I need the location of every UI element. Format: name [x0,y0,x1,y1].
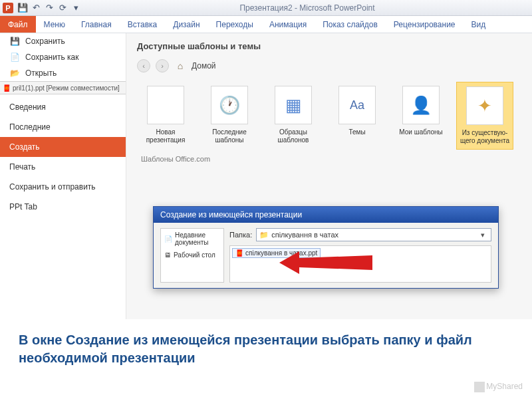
templates-row: Новая презентация 🕐 Последние шаблоны ▦ … [137,82,521,150]
repeat-icon[interactable]: ⟳ [57,3,68,13]
template-label: Из существую-щего документа [458,129,511,145]
title-bar: P 💾 ↶ ↷ ⟳ ▾ Презентация2 - Microsoft Pow… [0,0,532,16]
sidebar-share[interactable]: Сохранить и отправить [0,177,126,197]
template-from-existing[interactable]: ✦ Из существую-щего документа [456,82,513,150]
places-label: Недавние документы [175,231,220,246]
app-badge: P [3,3,13,13]
template-recent[interactable]: 🕐 Последние шаблоны [201,82,258,150]
logo-icon [474,382,485,392]
crumb-home[interactable]: Домой [192,61,216,70]
sidebar-label: Сохранить как [25,53,78,62]
dialog-body: 📄 Недавние документы 🖥 Рабочий стол Папк… [154,223,498,288]
sample-templates-icon: ▦ [275,86,312,124]
places-recent[interactable]: 📄 Недавние документы [161,229,223,249]
template-blank[interactable]: Новая презентация [137,82,194,150]
template-label: Последние шаблоны [202,128,257,144]
tab-view[interactable]: Вид [464,16,494,33]
content-heading: Доступные шаблоны и темы [137,41,521,51]
template-my[interactable]: 👤 Мои шаблоны [392,82,450,150]
ribbon-tabs: Файл Меню Главная Вставка Дизайн Переход… [0,16,532,33]
file-list[interactable]: 🧧 спілкування в чатах.ppt [229,245,491,283]
window-title: Презентация2 - Microsoft PowerPoint [85,3,529,13]
my-templates-icon: 👤 [402,86,440,124]
template-themes[interactable]: Aa Темы [329,82,386,150]
ppt-file-icon: 🧧 [235,249,243,257]
save-icon[interactable]: 💾 [17,3,28,13]
redo-icon[interactable]: ↷ [44,3,55,13]
tab-transitions[interactable]: Переходы [208,16,261,33]
open-dialog: Создание из имеющейся презентации 📄 Неда… [153,206,499,289]
dialog-title: Создание из имеющейся презентации [154,207,498,223]
sidebar-recent[interactable]: Последние [0,117,126,137]
open-icon: 📂 [9,68,20,78]
folder-label: Папка: [229,231,252,239]
tab-design[interactable]: Дизайн [165,16,207,33]
template-label: Мои шаблоны [399,128,442,136]
sidebar-label: Последние [9,122,51,132]
compat-mode-bar: 🧧 pril1(1).ppt [Режим совместимости] [0,81,126,94]
recent-templates-icon: 🕐 [211,86,248,124]
folder-row: Папка: 📁 спілкування в чатах ▾ [229,228,491,241]
tab-slideshow[interactable]: Показ слайдов [315,16,386,33]
ppt-file-icon: 🧧 [3,84,11,92]
sidebar-save[interactable]: 💾 Сохранить [0,33,126,49]
sidebar-new[interactable]: Создать [0,137,126,157]
file-item[interactable]: 🧧 спілкування в чатах.ppt [232,248,321,258]
caption-text: В окне Создание из имеющейся презентации… [19,331,513,367]
sidebar-saveas[interactable]: 📄 Сохранить как [0,49,126,65]
recent-docs-icon: 📄 [164,235,172,243]
file-name: спілкування в чатах.ppt [245,249,317,257]
saveas-icon: 📄 [9,52,20,63]
template-label: Темы [348,128,365,136]
template-label: Образцы шаблонов [266,128,321,144]
tab-file[interactable]: Файл [0,16,36,33]
desktop-icon: 🖥 [164,251,171,259]
blank-presentation-icon [147,86,184,124]
folder-name: спілкування в чатах [271,231,477,239]
undo-icon[interactable]: ↶ [31,3,41,13]
places-label: Рабочий стол [174,251,215,259]
sidebar-ppttab[interactable]: PPt Tab [0,197,126,217]
tab-home[interactable]: Главная [73,16,120,33]
sidebar-label: Создать [9,142,40,152]
sidebar-label: Открыть [25,68,57,78]
sidebar-label: Печать [9,162,35,172]
tab-animation[interactable]: Анимация [261,16,315,33]
dialog-places-bar: 📄 Недавние документы 🖥 Рабочий стол [160,228,224,283]
save-icon: 💾 [9,36,20,47]
template-samples[interactable]: ▦ Образцы шаблонов [265,82,322,150]
places-desktop[interactable]: 🖥 Рабочий стол [161,249,223,261]
sidebar-info[interactable]: Сведения [0,97,126,117]
tab-review[interactable]: Рецензирование [386,16,464,33]
dropdown-icon[interactable]: ▾ [477,231,488,239]
tab-menu[interactable]: Меню [36,16,73,33]
nav-forward-button[interactable]: › [156,59,169,72]
sidebar-label: PPt Tab [9,202,37,211]
myshared-logo: MyShared [474,382,523,392]
quick-access-toolbar: 💾 ↶ ↷ ⟳ ▾ [17,3,81,13]
from-existing-icon: ✦ [466,86,503,125]
themes-icon: Aa [338,86,376,124]
dropdown-icon[interactable]: ▾ [70,3,81,13]
home-icon[interactable]: ⌂ [174,60,186,72]
dialog-main: Папка: 📁 спілкування в чатах ▾ 🧧 спілкув… [229,228,491,283]
nav-back-button[interactable]: ‹ [137,59,150,72]
folder-icon: 📁 [259,231,269,239]
folder-select[interactable]: 📁 спілкування в чатах ▾ [256,228,491,241]
breadcrumb: ‹ › ⌂ Домой [137,59,521,72]
sidebar-label: Сохранить и отправить [9,182,96,192]
sidebar-print[interactable]: Печать [0,157,126,177]
sidebar-label: Сведения [9,102,46,112]
sidebar-open[interactable]: 📂 Открыть [0,65,126,81]
backstage-sidebar: 💾 Сохранить 📄 Сохранить как 📂 Открыть 🧧 … [0,33,126,319]
logo-text: MyShared [486,382,523,391]
tab-insert[interactable]: Вставка [120,16,166,33]
office-templates-subhead: Шаблоны Office.com [137,155,521,163]
caption-area: В окне Создание из имеющейся презентации… [0,319,532,399]
compat-text: pril1(1).ppt [Режим совместимости] [13,84,120,92]
sidebar-label: Сохранить [25,37,65,46]
template-label: Новая презентация [138,128,193,144]
